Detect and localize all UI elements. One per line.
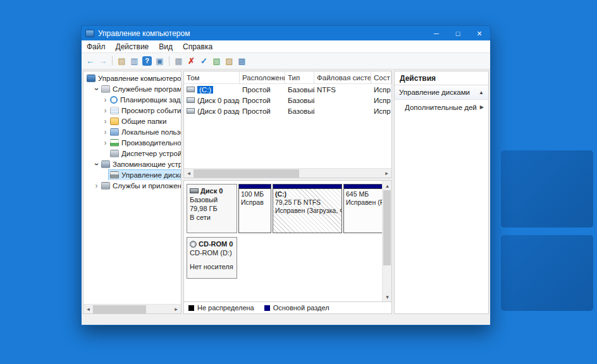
shared-folders-icon — [110, 118, 119, 125]
scroll-right-button[interactable]: ▸ — [171, 305, 181, 314]
chevron-expanded-icon[interactable] — [93, 161, 100, 168]
tree-item-performance[interactable]: Производительность — [83, 137, 181, 148]
open-folder-icon[interactable]: ▨ — [223, 55, 235, 68]
system-tools-icon — [101, 85, 110, 93]
partition-system[interactable]: 100 МБ Исправ — [238, 184, 271, 233]
primary-partition-strip — [239, 185, 271, 189]
tree-item-storage[interactable]: Запоминающие устройст — [83, 159, 181, 169]
menu-file[interactable]: Файл — [82, 40, 111, 52]
scroll-down-button[interactable]: ▾ — [383, 292, 392, 301]
window-icon[interactable]: ▥ — [128, 55, 140, 68]
disk-management-pane: Том Расположение Тип Файловая система Со… — [183, 71, 392, 314]
tree-item-device-manager[interactable]: Диспетчер устройств — [83, 148, 181, 159]
tree-item-shared-folders[interactable]: Общие папки — [83, 116, 181, 126]
forward-icon[interactable]: → — [97, 55, 109, 68]
column-header-filesystem[interactable]: Файловая система — [314, 71, 371, 83]
partition-recovery[interactable]: 645 МБ Исправен (Р — [343, 184, 382, 233]
legend-primary-partition: Основной раздел — [264, 304, 329, 312]
cdrom-0-label[interactable]: CD-ROM 0 CD-ROM (D:) Нет носителя — [187, 237, 237, 279]
primary-partition-color-swatch — [264, 305, 270, 311]
column-header-status[interactable]: Сост — [371, 71, 391, 83]
tree-item-system-tools[interactable]: Служебные программы — [83, 83, 181, 94]
cdrom-0-row: CD-ROM 0 CD-ROM (D:) Нет носителя — [187, 237, 379, 279]
scroll-up-button[interactable]: ▴ — [383, 181, 392, 190]
volume-row-c[interactable]: (C:) Простой Базовый NTFS Испр — [184, 84, 391, 95]
partition-status: Исправ — [241, 198, 269, 207]
actions-pane: Действия Управление дисками ▲ Дополнител… — [394, 71, 489, 314]
partition-size: 79,25 ГБ NTFS — [275, 198, 340, 207]
cdrom-name: CD-ROM 0 — [199, 240, 233, 248]
scrollbar-thumb[interactable] — [383, 190, 391, 265]
device-icon[interactable]: ▦ — [173, 55, 185, 68]
partition-status: Исправен (Р — [346, 198, 380, 207]
help-icon[interactable]: ? — [142, 56, 152, 66]
tree-item-local-users[interactable]: Локальные пользовате — [83, 126, 181, 137]
actions-more-actions[interactable]: Дополнительные дей... ▶ — [395, 100, 488, 114]
minimize-button[interactable]: ─ — [426, 26, 447, 40]
scroll-left-button[interactable]: ◂ — [184, 169, 194, 178]
actions-title: Действия — [395, 71, 488, 85]
event-viewer-icon — [110, 107, 119, 114]
volume-row-partition-1[interactable]: (Диск 0 раздел 1) Простой Базовый Испр — [184, 95, 391, 106]
primary-partition-strip — [344, 185, 382, 189]
legend-unallocated: Не распределена — [188, 304, 254, 312]
tree-item-task-scheduler[interactable]: Планировщик заданий — [83, 94, 181, 105]
maximize-button[interactable]: □ — [447, 26, 469, 40]
tree-horizontal-scrollbar[interactable]: ◂ ▸ — [83, 304, 181, 313]
tree-item-event-viewer[interactable]: Просмотр событий — [83, 105, 181, 116]
computer-management-window: Управление компьютером ─ □ × Файл Действ… — [81, 25, 491, 325]
volume-list-horizontal-scrollbar[interactable]: ◂ ▸ — [184, 168, 391, 178]
tree-item-disk-management[interactable]: Управление дисками — [83, 169, 181, 180]
show-panel-icon[interactable]: ▣ — [154, 55, 166, 68]
close-button[interactable]: × — [469, 26, 490, 40]
new-volume-icon[interactable]: ▧ — [211, 55, 223, 68]
performance-icon — [110, 139, 119, 147]
graphical-view: Диск 0 Базовый 79,98 ГБ В сети — [183, 180, 392, 314]
column-header-layout[interactable]: Расположение — [240, 71, 285, 83]
back-icon[interactable]: ← — [84, 55, 96, 68]
chevron-collapsed-icon[interactable] — [93, 182, 100, 190]
column-header-type[interactable]: Тип — [285, 71, 314, 83]
actions-section-disk-management[interactable]: Управление дисками ▲ — [395, 85, 488, 100]
wallpaper-logo-pane — [501, 235, 593, 311]
chevron-collapsed-icon[interactable] — [102, 139, 109, 147]
export-list-icon[interactable]: ▤ — [116, 55, 128, 68]
graphical-view-vertical-scrollbar[interactable]: ▴ ▾ — [382, 181, 391, 301]
volume-row-partition-4[interactable]: (Диск 0 раздел 4) Простой Базовый Испр — [184, 106, 391, 116]
title-bar[interactable]: Управление компьютером ─ □ × — [82, 26, 490, 40]
chevron-collapsed-icon[interactable] — [102, 118, 109, 125]
cdrom-status: Нет носителя — [190, 262, 234, 271]
cdrom-drive-letter: CD-ROM (D:) — [190, 248, 234, 257]
chevron-collapsed-icon[interactable] — [102, 96, 109, 104]
tree-item-computer-management[interactable]: Управление компьютером (л — [83, 73, 181, 83]
tree-item-services-applications[interactable]: Службы и приложения — [83, 180, 181, 191]
computer-icon — [87, 75, 95, 82]
chevron-expanded-icon[interactable] — [93, 85, 100, 93]
view-list-icon[interactable]: ▩ — [236, 55, 248, 68]
submenu-arrow-icon[interactable]: ▶ — [480, 104, 484, 110]
scroll-right-button[interactable]: ▸ — [382, 169, 391, 178]
desktop[interactable]: Управление компьютером ─ □ × Файл Действ… — [0, 0, 597, 364]
scroll-left-button[interactable]: ◂ — [83, 305, 93, 314]
disk-management-icon — [110, 171, 119, 179]
disk-size: 79,98 ГБ — [190, 204, 234, 213]
collapse-section-icon[interactable]: ▲ — [479, 90, 484, 95]
partition-name: (C:) — [275, 190, 340, 198]
disk-type: Базовый — [190, 195, 234, 204]
scrollbar-thumb[interactable] — [194, 169, 299, 178]
menu-action[interactable]: Действие — [111, 40, 154, 52]
mark-active-icon[interactable]: ✓ — [198, 55, 210, 68]
delete-volume-icon[interactable]: ✗ — [185, 55, 197, 68]
menu-help[interactable]: Справка — [178, 40, 218, 52]
computer-management-icon — [85, 30, 94, 37]
scrollbar-thumb[interactable] — [93, 305, 146, 313]
column-header-volume[interactable]: Том — [184, 71, 240, 83]
disk-name: Диск 0 — [200, 187, 223, 195]
toolbar: ← → ▤ ▥ ? ▣ ▦ ✗ ✓ ▧ ▨ ▩ — [82, 53, 490, 70]
chevron-collapsed-icon[interactable] — [102, 128, 109, 136]
disk-0-label[interactable]: Диск 0 Базовый 79,98 ГБ В сети — [187, 184, 237, 233]
menu-view[interactable]: Вид — [154, 40, 178, 52]
partition-c[interactable]: (C:) 79,25 ГБ NTFS Исправен (Загрузка, Ф… — [273, 184, 342, 233]
chevron-collapsed-icon[interactable] — [102, 107, 109, 114]
device-manager-icon — [110, 150, 119, 157]
